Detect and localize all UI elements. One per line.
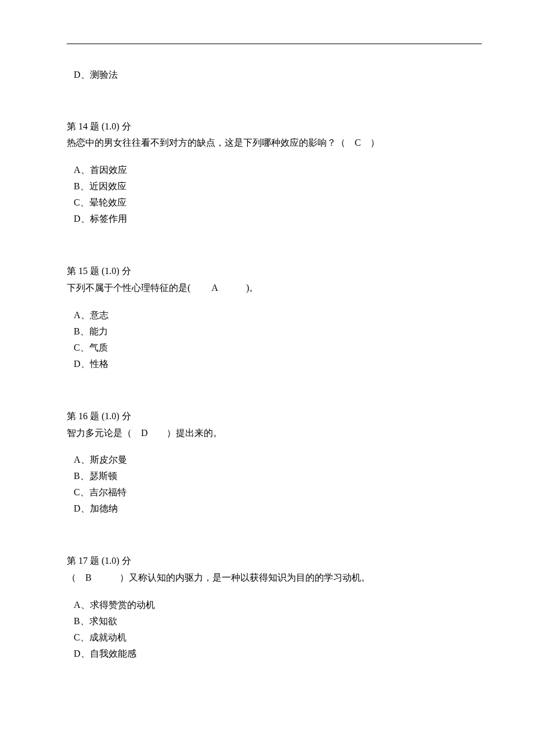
answer-letter: D — [141, 428, 148, 438]
option-b: B、近因效应 — [74, 178, 482, 195]
option-b: B、求知欲 — [74, 613, 482, 629]
option-d: D、加德纳 — [74, 501, 482, 517]
header-divider — [67, 44, 482, 44]
text-before: 下列不属于个性心理特征的是( — [67, 283, 211, 293]
question-header: 第 17 题 (1.0) 分 — [67, 553, 482, 570]
options-list: A、斯皮尔曼 B、瑟斯顿 C、吉尔福特 D、加德纳 — [74, 452, 482, 517]
options-list: A、意志 B、能力 C、气质 D、性格 — [74, 307, 482, 372]
question-text: 下列不属于个性心理特征的是( A )。 — [67, 280, 482, 297]
question-number: 15 — [78, 266, 88, 276]
question-15: 第 15 题 (1.0) 分 下列不属于个性心理特征的是( A )。 A、意志 … — [67, 263, 482, 372]
option-d: D、标签作用 — [74, 211, 482, 227]
option-b: B、瑟斯顿 — [74, 468, 482, 484]
question-number: 16 — [78, 411, 88, 421]
continued-option: D、测验法 — [74, 67, 482, 82]
header-prefix: 第 — [67, 121, 78, 131]
option-d: D、性格 — [74, 356, 482, 372]
option-a: A、首因效应 — [74, 162, 482, 178]
points-unit: 分 — [120, 121, 131, 131]
question-header: 第 15 题 (1.0) 分 — [67, 263, 482, 280]
options-list: A、首因效应 B、近因效应 C、晕轮效应 D、标签作用 — [74, 162, 482, 227]
answer-letter: A — [211, 283, 218, 293]
option-c: C、吉尔福特 — [74, 484, 482, 501]
question-points: (1.0) — [102, 121, 120, 131]
question-text: 热恋中的男女往往看不到对方的缺点，这是下列哪种效应的影响？（ C ） — [67, 135, 482, 152]
option-c: C、晕轮效应 — [74, 195, 482, 211]
answer-letter: B — [85, 573, 92, 582]
question-points: (1.0) — [102, 266, 120, 276]
question-number: 17 — [78, 556, 88, 566]
points-unit: 分 — [120, 266, 131, 276]
question-header: 第 16 题 (1.0) 分 — [67, 408, 482, 425]
answer-letter: C — [355, 138, 361, 147]
question-text: 智力多元论是（ D ）提出来的。 — [67, 425, 482, 442]
option-b: B、能力 — [74, 323, 482, 340]
question-points: (1.0) — [102, 556, 120, 566]
text-after: )。 — [218, 283, 258, 293]
question-text: （ B ）又称认知的内驱力，是一种以获得知识为目的的学习动机。 — [67, 570, 482, 586]
options-list: A、求得赞赏的动机 B、求知欲 C、成就动机 D、自我效能感 — [74, 597, 482, 662]
header-prefix: 第 — [67, 556, 78, 566]
header-suffix: 题 — [88, 266, 102, 276]
option-a: A、斯皮尔曼 — [74, 452, 482, 468]
question-points: (1.0) — [102, 411, 120, 421]
page-content: D、测验法 第 14 题 (1.0) 分 热恋中的男女往往看不到对方的缺点，这是… — [0, 0, 534, 662]
text-before: （ — [67, 573, 85, 582]
option-d: D、自我效能感 — [74, 646, 482, 662]
header-suffix: 题 — [88, 411, 102, 421]
points-unit: 分 — [120, 556, 131, 566]
header-suffix: 题 — [88, 121, 102, 131]
question-14: 第 14 题 (1.0) 分 热恋中的男女往往看不到对方的缺点，这是下列哪种效应… — [67, 118, 482, 228]
option-a: A、求得赞赏的动机 — [74, 597, 482, 613]
text-before: 智力多元论是（ — [67, 428, 141, 438]
question-number: 14 — [78, 121, 88, 131]
question-16: 第 16 题 (1.0) 分 智力多元论是（ D ）提出来的。 A、斯皮尔曼 B… — [67, 408, 482, 517]
option-a: A、意志 — [74, 307, 482, 323]
header-prefix: 第 — [67, 266, 78, 276]
option-c: C、成就动机 — [74, 629, 482, 646]
question-17: 第 17 题 (1.0) 分 （ B ）又称认知的内驱力，是一种以获得知识为目的… — [67, 553, 482, 662]
text-after: ） — [361, 138, 380, 147]
points-unit: 分 — [120, 411, 131, 421]
text-before: 热恋中的男女往往看不到对方的缺点，这是下列哪种效应的影响？（ — [67, 138, 355, 147]
header-prefix: 第 — [67, 411, 78, 421]
option-c: C、气质 — [74, 340, 482, 356]
text-after: ）提出来的。 — [148, 428, 222, 438]
text-after: ）又称认知的内驱力，是一种以获得知识为目的的学习动机。 — [92, 573, 370, 582]
header-suffix: 题 — [88, 556, 102, 566]
question-header: 第 14 题 (1.0) 分 — [67, 118, 482, 135]
